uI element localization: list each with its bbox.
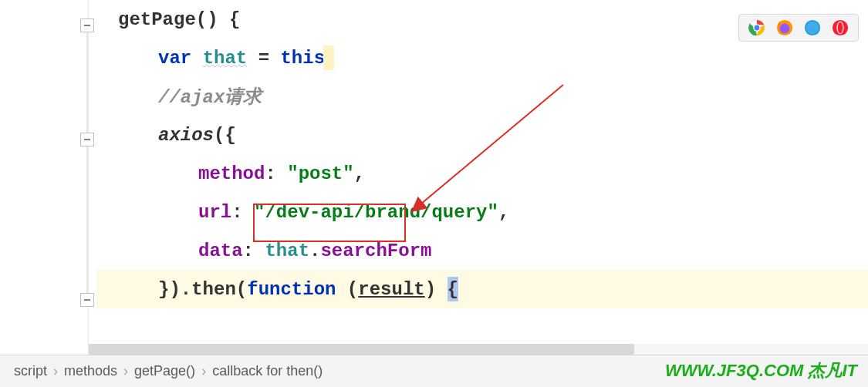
parameter: result [358, 279, 424, 300]
code-line[interactable]: //ajax请求 [96, 77, 868, 116]
method-name: getPage [118, 9, 196, 30]
svg-point-3 [754, 25, 760, 31]
code-punct: ( [347, 279, 358, 300]
code-punct: : [265, 163, 287, 184]
code-punct: { [448, 279, 458, 300]
code-line[interactable]: axios({ [96, 116, 868, 154]
code-punct: : [243, 241, 265, 261]
breadcrumb-item[interactable]: getPage() [134, 363, 195, 379]
keyword-this: this [280, 48, 325, 69]
keyword-function: function [247, 279, 336, 300]
fold-guide-line [86, 146, 88, 293]
string-literal: "/dev-api/brand/query" [254, 202, 498, 223]
code-editor[interactable]: getPage() { var that = this //ajax请求 axi… [0, 0, 868, 355]
keyword-var: var [158, 48, 191, 69]
method-then: then [191, 279, 236, 300]
code-punct: () { [196, 9, 241, 30]
identifier: that [265, 241, 309, 261]
string-literal: "post" [287, 163, 353, 184]
code-punct: , [354, 163, 365, 184]
editor-gutter [0, 0, 89, 355]
code-line[interactable]: data: that.searchForm [96, 231, 868, 270]
code-punct: ({ [214, 125, 236, 146]
chevron-right-icon: › [53, 363, 58, 379]
property-access: searchForm [320, 241, 431, 261]
browser-icons-toolbar [738, 14, 859, 42]
svg-point-7 [806, 22, 819, 35]
code-punct: ( [236, 279, 247, 300]
code-punct: = [247, 48, 280, 69]
function-call: axios [158, 125, 214, 146]
identifier: that [203, 48, 248, 69]
code-line-active[interactable]: }).then(function (result) { [96, 270, 868, 308]
scrollbar-thumb[interactable] [89, 344, 634, 355]
opera-icon[interactable] [832, 19, 849, 36]
code-punct: }). [158, 279, 191, 300]
code-punct: , [498, 202, 509, 223]
svg-point-10 [838, 22, 843, 34]
scrollbar-horizontal[interactable] [89, 344, 868, 355]
firefox-icon[interactable] [776, 19, 793, 36]
chevron-right-icon: › [123, 363, 128, 379]
code-line[interactable]: var that = this [96, 39, 868, 77]
code-punct: . [309, 241, 320, 261]
property-key: method [198, 163, 265, 184]
breadcrumb-item[interactable]: methods [64, 363, 117, 379]
breadcrumb-item[interactable]: script [14, 363, 47, 379]
property-key: data [198, 241, 243, 261]
code-content[interactable]: getPage() { var that = this //ajax请求 axi… [89, 0, 868, 308]
watermark-text: WWW.JF3Q.COM 杰凡IT [665, 359, 857, 382]
code-line[interactable]: method: "post", [96, 154, 868, 193]
chevron-right-icon: › [201, 363, 206, 379]
breadcrumb-item[interactable]: callback for then() [212, 363, 323, 379]
property-key: url [198, 202, 231, 223]
code-line[interactable]: url: "/dev-api/brand/query", [96, 193, 868, 231]
safari-icon[interactable] [804, 19, 821, 36]
fold-guide-line [86, 32, 88, 133]
code-punct: ) [425, 279, 448, 300]
svg-point-5 [780, 24, 790, 34]
chrome-icon[interactable] [748, 19, 765, 36]
cursor-highlight [323, 45, 334, 70]
code-comment: //ajax请求 [158, 84, 262, 109]
code-punct: : [231, 202, 254, 223]
